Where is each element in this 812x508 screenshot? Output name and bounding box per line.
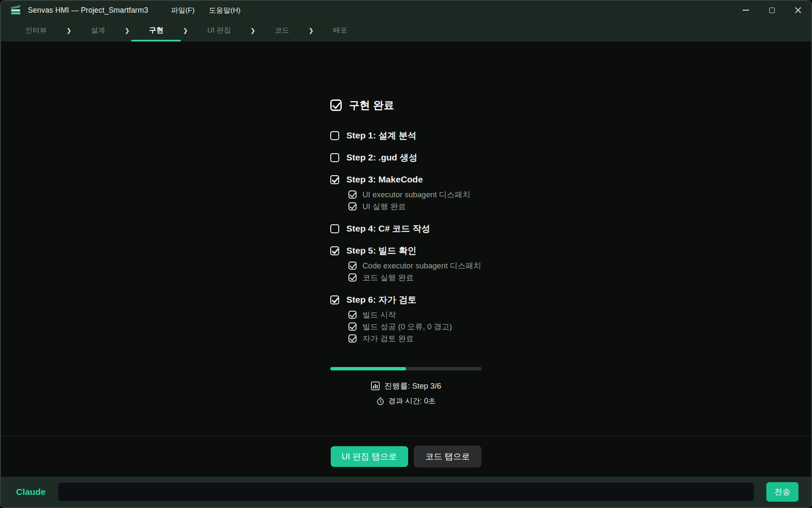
step-label: Step 2: .gud 생성 <box>346 152 417 163</box>
progress-status: 진행률: Step 3/6 <box>330 381 482 391</box>
sub-step-item: UI 실행 완료 <box>348 200 482 212</box>
step-item-6: Step 6: 자가 검토빌드 시작빌드 성공 (0 오류, 0 경고)자가 검… <box>330 294 482 344</box>
breadcrumb-item-5[interactable]: 코드 <box>275 19 289 41</box>
breadcrumb-item-3[interactable]: 구현 <box>149 19 163 41</box>
sub-step-label: UI 실행 완료 <box>362 201 406 212</box>
sub-step-item: 빌드 성공 (0 오류, 0 경고) <box>348 320 482 332</box>
sub-step-checkbox[interactable] <box>348 202 357 210</box>
goto-ui-edit-tab-button[interactable]: UI 편집 탭으로 <box>331 446 408 467</box>
agent-name-label: Claude <box>16 487 46 497</box>
window-controls <box>732 1 811 19</box>
sub-step-item: Code executor subagent 디스패치 <box>348 260 482 271</box>
sub-step-checkbox[interactable] <box>348 190 357 199</box>
app-logo-icon <box>9 4 22 16</box>
step-item-2: Step 2: .gud 생성 <box>330 152 482 163</box>
steps-list: Step 1: 설계 분석Step 2: .gud 생성Step 3: Make… <box>330 130 482 344</box>
sub-step-item: 빌드 시작 <box>348 309 482 320</box>
breadcrumb-separator-icon: ❯ <box>66 27 71 34</box>
step-checkbox[interactable] <box>330 224 339 233</box>
elapsed-time-label: 경과 시간: 0초 <box>388 396 436 406</box>
step-label: Step 4: C# 코드 작성 <box>346 223 430 234</box>
implementation-checklist: 구현 완료 Step 1: 설계 분석Step 2: .gud 생성Step 3… <box>330 41 482 406</box>
menu-help[interactable]: 도움말(H) <box>208 4 241 17</box>
step-label: Step 5: 빌드 확인 <box>346 245 417 256</box>
sub-step-checkbox[interactable] <box>348 262 357 270</box>
sub-step-item: 자가 검토 완료 <box>348 332 482 344</box>
sub-steps: 빌드 시작빌드 성공 (0 오류, 0 경고)자가 검토 완료 <box>348 309 482 344</box>
step-label: Step 6: 자가 검토 <box>346 294 417 305</box>
breadcrumb-item-1[interactable]: 인터뷰 <box>25 19 47 41</box>
breadcrumb-separator-icon: ❯ <box>250 27 255 34</box>
main-content: 구현 완료 Step 1: 설계 분석Step 2: .gud 생성Step 3… <box>1 41 811 436</box>
header-checkbox[interactable] <box>330 99 342 111</box>
step-item-5: Step 5: 빌드 확인Code executor subagent 디스패치… <box>330 245 482 283</box>
sub-step-label: UI executor subagent 디스패치 <box>362 189 470 200</box>
progress-fill <box>330 367 406 370</box>
sub-steps: UI executor subagent 디스패치UI 실행 완료 <box>348 188 482 212</box>
bar-chart-icon <box>371 381 380 390</box>
step-item-4: Step 4: C# 코드 작성 <box>330 223 482 234</box>
sub-step-checkbox[interactable] <box>348 334 357 342</box>
goto-code-tab-button[interactable]: 코드 탭으로 <box>414 446 482 467</box>
step-item-3: Step 3: MakeCodeUI executor subagent 디스패… <box>330 174 482 212</box>
breadcrumb-item-6[interactable]: 배포 <box>333 19 347 41</box>
progress-status-label: 진행률: Step 3/6 <box>384 381 442 391</box>
step-checkbox[interactable] <box>330 175 339 184</box>
sub-step-item: UI executor subagent 디스패치 <box>348 188 482 200</box>
breadcrumb-item-4[interactable]: UI 편집 <box>207 19 231 41</box>
maximize-icon <box>769 8 775 13</box>
sub-step-item: 코드 실행 완료 <box>348 271 482 283</box>
chat-bar: Claude 전송 <box>1 477 811 507</box>
chat-input[interactable] <box>58 482 754 502</box>
menu-file[interactable]: 파일(F) <box>170 4 195 17</box>
sub-step-checkbox[interactable] <box>348 311 357 319</box>
breadcrumb-item-2[interactable]: 설계 <box>91 19 105 41</box>
sub-steps: Code executor subagent 디스패치코드 실행 완료 <box>348 260 482 283</box>
minimize-button[interactable] <box>732 1 759 19</box>
step-checkbox[interactable] <box>330 131 339 140</box>
sub-step-checkbox[interactable] <box>348 323 357 331</box>
maximize-button[interactable] <box>759 1 785 19</box>
checklist-title: 구현 완료 <box>349 98 394 112</box>
breadcrumb-separator-icon: ❯ <box>183 27 188 34</box>
step-item-1: Step 1: 설계 분석 <box>330 130 482 141</box>
close-icon <box>795 7 801 14</box>
elapsed-time: 경과 시간: 0초 <box>330 396 482 406</box>
app-window: Senvas HMI — Project_Smartfarm3 파일(F) 도움… <box>0 0 812 508</box>
minimize-icon <box>743 10 749 11</box>
step-checkbox[interactable] <box>330 246 339 255</box>
title-bar: Senvas HMI — Project_Smartfarm3 파일(F) 도움… <box>1 1 811 19</box>
stopwatch-icon <box>376 397 384 405</box>
close-button[interactable] <box>785 1 811 19</box>
progress-bar <box>330 367 482 370</box>
step-checkbox[interactable] <box>330 153 339 162</box>
sub-step-label: Code executor subagent 디스패치 <box>362 260 481 271</box>
breadcrumb-separator-icon: ❯ <box>309 27 314 34</box>
sub-step-label: 자가 검토 완료 <box>362 333 414 344</box>
breadcrumb: 인터뷰❯설계❯구현❯UI 편집❯코드❯배포 <box>1 19 811 41</box>
checklist-header: 구현 완료 <box>330 98 482 112</box>
sub-step-label: 코드 실행 완료 <box>362 272 414 283</box>
window-title: Senvas HMI — Project_Smartfarm3 <box>28 6 148 15</box>
step-checkbox[interactable] <box>330 295 339 304</box>
sub-step-label: 빌드 성공 (0 오류, 0 경고) <box>362 321 452 332</box>
send-button[interactable]: 전송 <box>766 482 798 502</box>
sub-step-checkbox[interactable] <box>348 273 357 282</box>
breadcrumb-separator-icon: ❯ <box>125 27 130 34</box>
step-label: Step 3: MakeCode <box>346 174 423 185</box>
step-label: Step 1: 설계 분석 <box>346 130 417 141</box>
footer-actions: UI 편집 탭으로 코드 탭으로 <box>1 436 811 477</box>
sub-step-label: 빌드 시작 <box>362 309 396 320</box>
menu-bar: 파일(F) 도움말(H) <box>170 4 241 17</box>
